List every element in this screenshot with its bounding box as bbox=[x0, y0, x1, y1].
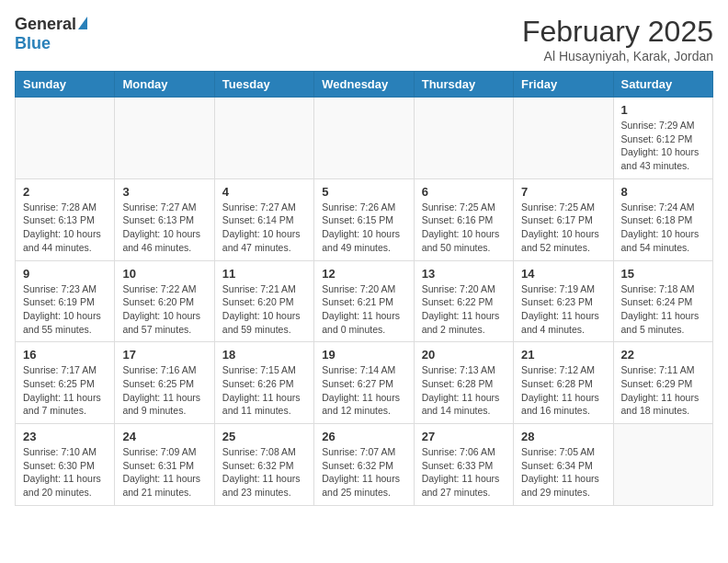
day-number: 4 bbox=[222, 185, 306, 199]
calendar-cell: 1Sunrise: 7:29 AM Sunset: 6:12 PM Daylig… bbox=[613, 98, 712, 179]
day-number: 28 bbox=[521, 430, 605, 443]
day-info: Sunrise: 7:10 AM Sunset: 6:30 PM Dayligh… bbox=[23, 445, 107, 500]
calendar-week-5: 23Sunrise: 7:10 AM Sunset: 6:30 PM Dayli… bbox=[16, 424, 713, 506]
day-number: 2 bbox=[23, 185, 107, 199]
day-number: 10 bbox=[122, 267, 206, 281]
calendar-cell: 3Sunrise: 7:27 AM Sunset: 6:13 PM Daylig… bbox=[115, 178, 214, 260]
weekday-header-saturday: Saturday bbox=[613, 72, 712, 98]
calendar-cell: 20Sunrise: 7:13 AM Sunset: 6:28 PM Dayli… bbox=[414, 342, 513, 424]
day-info: Sunrise: 7:19 AM Sunset: 6:23 PM Dayligh… bbox=[521, 282, 605, 337]
day-info: Sunrise: 7:12 AM Sunset: 6:28 PM Dayligh… bbox=[521, 363, 605, 418]
day-info: Sunrise: 7:17 AM Sunset: 6:25 PM Dayligh… bbox=[23, 363, 107, 418]
calendar-week-3: 9Sunrise: 7:23 AM Sunset: 6:19 PM Daylig… bbox=[16, 260, 713, 342]
day-number: 8 bbox=[621, 185, 705, 199]
calendar-week-1: 1Sunrise: 7:29 AM Sunset: 6:12 PM Daylig… bbox=[16, 98, 713, 179]
day-info: Sunrise: 7:08 AM Sunset: 6:32 PM Dayligh… bbox=[222, 445, 306, 500]
day-info: Sunrise: 7:20 AM Sunset: 6:21 PM Dayligh… bbox=[322, 282, 405, 337]
day-number: 15 bbox=[621, 267, 705, 281]
calendar-cell: 16Sunrise: 7:17 AM Sunset: 6:25 PM Dayli… bbox=[16, 342, 115, 424]
weekday-header-friday: Friday bbox=[514, 72, 613, 98]
day-info: Sunrise: 7:09 AM Sunset: 6:31 PM Dayligh… bbox=[122, 445, 206, 500]
calendar-cell: 7Sunrise: 7:25 AM Sunset: 6:17 PM Daylig… bbox=[514, 178, 613, 260]
day-number: 6 bbox=[422, 185, 506, 199]
calendar-cell: 28Sunrise: 7:05 AM Sunset: 6:34 PM Dayli… bbox=[514, 424, 613, 506]
logo-blue-text: Blue bbox=[15, 34, 51, 53]
calendar-cell: 14Sunrise: 7:19 AM Sunset: 6:23 PM Dayli… bbox=[514, 260, 613, 342]
day-number: 25 bbox=[222, 430, 306, 443]
calendar-cell bbox=[414, 98, 513, 179]
calendar-cell bbox=[214, 98, 313, 179]
day-info: Sunrise: 7:07 AM Sunset: 6:32 PM Dayligh… bbox=[322, 445, 405, 500]
day-info: Sunrise: 7:05 AM Sunset: 6:34 PM Dayligh… bbox=[521, 445, 605, 500]
calendar-cell: 25Sunrise: 7:08 AM Sunset: 6:32 PM Dayli… bbox=[214, 424, 313, 506]
calendar-cell: 5Sunrise: 7:26 AM Sunset: 6:15 PM Daylig… bbox=[314, 178, 414, 260]
weekday-header-sunday: Sunday bbox=[16, 72, 115, 98]
day-info: Sunrise: 7:21 AM Sunset: 6:20 PM Dayligh… bbox=[222, 282, 306, 337]
calendar-cell: 17Sunrise: 7:16 AM Sunset: 6:25 PM Dayli… bbox=[115, 342, 214, 424]
calendar-cell: 23Sunrise: 7:10 AM Sunset: 6:30 PM Dayli… bbox=[16, 424, 115, 506]
day-number: 24 bbox=[122, 430, 206, 443]
calendar-cell: 4Sunrise: 7:27 AM Sunset: 6:14 PM Daylig… bbox=[214, 178, 313, 260]
day-number: 16 bbox=[23, 348, 107, 362]
weekday-header-wednesday: Wednesday bbox=[314, 72, 414, 98]
day-info: Sunrise: 7:28 AM Sunset: 6:13 PM Dayligh… bbox=[23, 201, 107, 255]
title-block: February 2025 Al Husayniyah, Karak, Jord… bbox=[522, 15, 713, 63]
day-info: Sunrise: 7:23 AM Sunset: 6:19 PM Dayligh… bbox=[23, 282, 107, 337]
calendar-cell: 11Sunrise: 7:21 AM Sunset: 6:20 PM Dayli… bbox=[214, 260, 313, 342]
page-header: General Blue February 2025 Al Husayniyah… bbox=[15, 15, 713, 63]
calendar-cell: 8Sunrise: 7:24 AM Sunset: 6:18 PM Daylig… bbox=[613, 178, 712, 260]
calendar-cell: 19Sunrise: 7:14 AM Sunset: 6:27 PM Dayli… bbox=[314, 342, 414, 424]
day-info: Sunrise: 7:13 AM Sunset: 6:28 PM Dayligh… bbox=[422, 363, 506, 418]
logo: General Blue bbox=[15, 15, 87, 53]
calendar-cell: 24Sunrise: 7:09 AM Sunset: 6:31 PM Dayli… bbox=[115, 424, 214, 506]
calendar-cell: 21Sunrise: 7:12 AM Sunset: 6:28 PM Dayli… bbox=[514, 342, 613, 424]
day-number: 21 bbox=[521, 348, 605, 362]
day-info: Sunrise: 7:18 AM Sunset: 6:24 PM Dayligh… bbox=[621, 282, 705, 337]
weekday-header-tuesday: Tuesday bbox=[214, 72, 313, 98]
day-number: 27 bbox=[422, 430, 506, 443]
day-info: Sunrise: 7:14 AM Sunset: 6:27 PM Dayligh… bbox=[322, 363, 405, 418]
day-info: Sunrise: 7:22 AM Sunset: 6:20 PM Dayligh… bbox=[122, 282, 206, 337]
day-info: Sunrise: 7:15 AM Sunset: 6:26 PM Dayligh… bbox=[222, 363, 306, 418]
day-number: 11 bbox=[222, 267, 306, 281]
day-info: Sunrise: 7:27 AM Sunset: 6:13 PM Dayligh… bbox=[122, 201, 206, 255]
calendar-cell: 26Sunrise: 7:07 AM Sunset: 6:32 PM Dayli… bbox=[314, 424, 414, 506]
day-number: 18 bbox=[222, 348, 306, 362]
day-info: Sunrise: 7:20 AM Sunset: 6:22 PM Dayligh… bbox=[422, 282, 506, 337]
day-info: Sunrise: 7:24 AM Sunset: 6:18 PM Dayligh… bbox=[621, 201, 705, 255]
calendar-cell: 6Sunrise: 7:25 AM Sunset: 6:16 PM Daylig… bbox=[414, 178, 513, 260]
calendar-cell: 13Sunrise: 7:20 AM Sunset: 6:22 PM Dayli… bbox=[414, 260, 513, 342]
calendar-header-row: SundayMondayTuesdayWednesdayThursdayFrid… bbox=[16, 72, 713, 98]
calendar-cell: 22Sunrise: 7:11 AM Sunset: 6:29 PM Dayli… bbox=[613, 342, 712, 424]
calendar-cell: 2Sunrise: 7:28 AM Sunset: 6:13 PM Daylig… bbox=[16, 178, 115, 260]
calendar-cell bbox=[115, 98, 214, 179]
calendar-table: SundayMondayTuesdayWednesdayThursdayFrid… bbox=[15, 71, 713, 506]
calendar-cell: 27Sunrise: 7:06 AM Sunset: 6:33 PM Dayli… bbox=[414, 424, 513, 506]
day-number: 14 bbox=[521, 267, 605, 281]
calendar-cell: 12Sunrise: 7:20 AM Sunset: 6:21 PM Dayli… bbox=[314, 260, 414, 342]
calendar-cell bbox=[514, 98, 613, 179]
calendar-week-4: 16Sunrise: 7:17 AM Sunset: 6:25 PM Dayli… bbox=[16, 342, 713, 424]
day-number: 13 bbox=[422, 267, 506, 281]
day-number: 19 bbox=[322, 348, 405, 362]
calendar-cell: 10Sunrise: 7:22 AM Sunset: 6:20 PM Dayli… bbox=[115, 260, 214, 342]
day-number: 22 bbox=[621, 348, 705, 362]
day-number: 17 bbox=[122, 348, 206, 362]
day-info: Sunrise: 7:06 AM Sunset: 6:33 PM Dayligh… bbox=[422, 445, 506, 500]
calendar-cell: 18Sunrise: 7:15 AM Sunset: 6:26 PM Dayli… bbox=[214, 342, 313, 424]
day-info: Sunrise: 7:16 AM Sunset: 6:25 PM Dayligh… bbox=[122, 363, 206, 418]
location-text: Al Husayniyah, Karak, Jordan bbox=[522, 49, 713, 63]
day-info: Sunrise: 7:25 AM Sunset: 6:16 PM Dayligh… bbox=[422, 201, 506, 255]
day-number: 23 bbox=[23, 430, 107, 443]
weekday-header-monday: Monday bbox=[115, 72, 214, 98]
day-number: 3 bbox=[122, 185, 206, 199]
weekday-header-thursday: Thursday bbox=[414, 72, 513, 98]
day-number: 7 bbox=[521, 185, 605, 199]
day-info: Sunrise: 7:26 AM Sunset: 6:15 PM Dayligh… bbox=[322, 201, 405, 255]
day-info: Sunrise: 7:11 AM Sunset: 6:29 PM Dayligh… bbox=[621, 363, 705, 418]
calendar-week-2: 2Sunrise: 7:28 AM Sunset: 6:13 PM Daylig… bbox=[16, 178, 713, 260]
day-number: 12 bbox=[322, 267, 405, 281]
logo-icon bbox=[78, 17, 87, 29]
day-number: 26 bbox=[322, 430, 405, 443]
calendar-cell bbox=[314, 98, 414, 179]
